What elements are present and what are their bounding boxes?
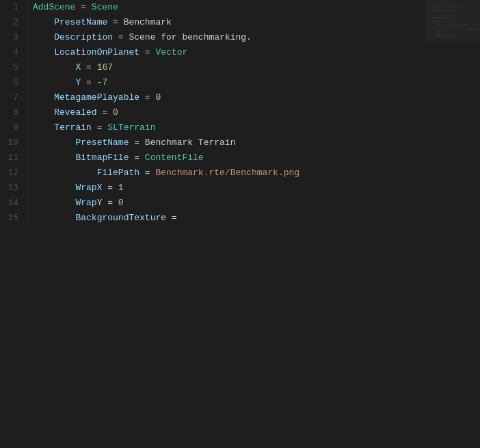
- line-num-4: 4: [5, 45, 18, 60]
- code-line-10: PresetName = Benchmark Terrain: [33, 135, 475, 150]
- line-num-14: 14: [5, 196, 18, 211]
- code-line-4: LocationOnPlanet = Vector: [33, 45, 475, 60]
- code-line-3: Description = Scene for benchmarking.: [33, 30, 475, 45]
- minimap-content: AddScene = Scene PresetName = Benchmark …: [425, 0, 480, 40]
- line-num-5: 5: [5, 60, 18, 75]
- code-line-11: BitmapFile = ContentFile: [33, 150, 475, 166]
- code-line-2: PresetName = Benchmark: [33, 15, 475, 30]
- line-num-13: 13: [5, 181, 18, 196]
- editor-container: AddScene = Scene PresetName = Benchmark …: [0, 0, 480, 448]
- line-num-11: 11: [5, 150, 18, 166]
- line-numbers: 1 2 3 4 5 6 7 8 9 10 11 12 13 14 15: [0, 0, 27, 224]
- line-num-2: 2: [5, 15, 18, 30]
- code-line-5: X = 167: [33, 60, 475, 75]
- line-num-9: 9: [5, 120, 18, 135]
- code-area: 1 2 3 4 5 6 7 8 9 10 11 12 13 14 15 AddS…: [0, 0, 480, 224]
- code-line-13: WrapX = 1: [33, 181, 475, 196]
- line-num-10: 10: [5, 135, 18, 150]
- line-num-15: 15: [5, 211, 18, 224]
- bottom-area: [0, 224, 480, 449]
- line-num-7: 7: [5, 90, 18, 105]
- minimap: AddScene = Scene PresetName = Benchmark …: [425, 0, 480, 41]
- line-num-6: 6: [5, 75, 18, 90]
- code-line-6: Y = -7: [33, 75, 475, 90]
- code-line-14: WrapY = 0: [33, 196, 475, 211]
- code-line-15: BackgroundTexture =: [33, 211, 475, 224]
- code-lines[interactable]: AddScene = Scene PresetName = Benchmark …: [27, 0, 480, 224]
- line-num-1: 1: [5, 0, 18, 15]
- line-num-8: 8: [5, 105, 18, 120]
- code-line-7: MetagamePlayable = 0: [33, 90, 475, 105]
- code-line-12: FilePath = Benchmark.rte/Benchmark.png: [33, 166, 475, 181]
- line-num-12: 12: [5, 166, 18, 181]
- code-line-9: Terrain = SLTerrain: [33, 120, 475, 135]
- line-num-3: 3: [5, 30, 18, 45]
- code-line-8: Revealed = 0: [33, 105, 475, 120]
- code-line-1: AddScene = Scene: [33, 0, 475, 15]
